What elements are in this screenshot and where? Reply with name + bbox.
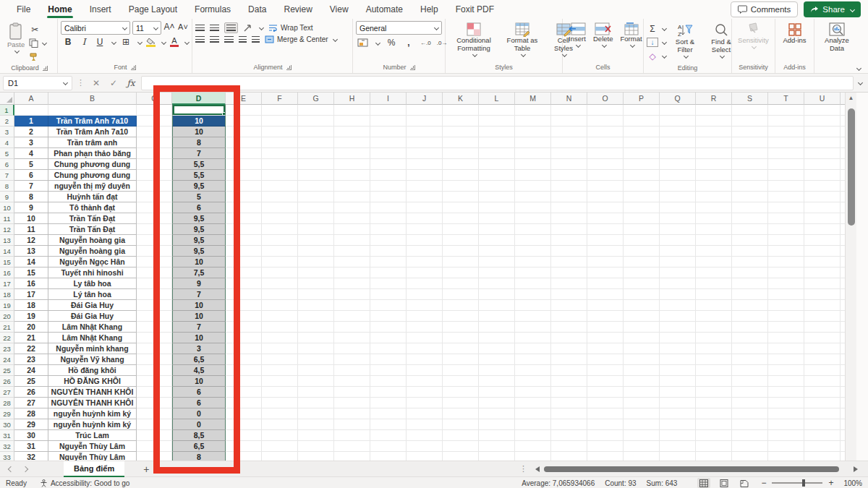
column-header-d[interactable]: D: [172, 93, 226, 105]
cell-P23[interactable]: [624, 343, 660, 354]
conditional-formatting-button[interactable]: Conditional Formatting: [448, 21, 499, 58]
cell-H28[interactable]: [334, 398, 370, 408]
row-header-30[interactable]: 30: [0, 419, 14, 430]
cell-T27[interactable]: [768, 387, 804, 398]
cell-G2[interactable]: [298, 116, 334, 127]
cell-D18[interactable]: 7: [172, 289, 226, 300]
cell-Q26[interactable]: [660, 376, 696, 387]
cell-G18[interactable]: [298, 289, 334, 300]
cell-A29[interactable]: 28: [14, 408, 48, 419]
cell-C5[interactable]: [137, 148, 172, 159]
cell-J6[interactable]: [407, 159, 443, 170]
cell-F13[interactable]: [262, 235, 298, 246]
cell-R25[interactable]: [696, 365, 732, 376]
column-header-o[interactable]: O: [587, 93, 624, 105]
cell-O28[interactable]: [587, 398, 624, 408]
cell-H6[interactable]: [334, 159, 370, 170]
cell-M20[interactable]: [515, 311, 551, 322]
cell-T28[interactable]: [768, 398, 804, 408]
cell-I33[interactable]: [370, 452, 407, 461]
cell-E27[interactable]: [226, 387, 262, 398]
cell-H20[interactable]: [334, 311, 370, 322]
row-header-29[interactable]: 29: [0, 408, 14, 419]
cell-D9[interactable]: 5: [172, 192, 226, 202]
cell-S22[interactable]: [732, 333, 768, 343]
cell-G32[interactable]: [298, 441, 334, 452]
cell-D19[interactable]: 10: [172, 300, 226, 311]
status-sum[interactable]: Sum: 643: [647, 479, 678, 487]
cell-F22[interactable]: [262, 333, 298, 343]
cell-R18[interactable]: [696, 289, 732, 300]
cell-D5[interactable]: 7: [172, 148, 226, 159]
cell-B21[interactable]: Lâm Nhật Khang: [48, 322, 137, 333]
cell-Q14[interactable]: [660, 246, 696, 257]
cell-F1[interactable]: [262, 105, 298, 116]
cell-N16[interactable]: [551, 267, 587, 278]
cell-M25[interactable]: [515, 365, 551, 376]
cell-E30[interactable]: [226, 419, 262, 430]
expand-formula-bar-icon[interactable]: [858, 80, 863, 85]
cell-D29[interactable]: 0: [172, 408, 226, 419]
cell-J5[interactable]: [407, 148, 443, 159]
name-box[interactable]: D1: [3, 76, 72, 90]
cell-L18[interactable]: [479, 289, 515, 300]
cell-N1[interactable]: [551, 105, 587, 116]
cell-U6[interactable]: [804, 159, 841, 170]
cell-P10[interactable]: [624, 202, 660, 213]
cell-R2[interactable]: [696, 116, 732, 127]
cell-B17[interactable]: Ly tâb hoa: [48, 278, 137, 289]
paste-button[interactable]: Paste: [4, 21, 27, 54]
cell-K8[interactable]: [443, 181, 479, 192]
ribbon-tab-view[interactable]: View: [322, 0, 357, 19]
cell-I20[interactable]: [370, 311, 407, 322]
cell-N33[interactable]: [551, 452, 587, 461]
format-as-table-button[interactable]: Format as Table: [501, 21, 544, 58]
cell-G10[interactable]: [298, 202, 334, 213]
cell-T12[interactable]: [768, 224, 804, 235]
cell-C23[interactable]: [137, 343, 172, 354]
cell-A19[interactable]: 18: [14, 300, 48, 311]
cell-J17[interactable]: [407, 278, 443, 289]
cell-J16[interactable]: [407, 267, 443, 278]
cell-L24[interactable]: [479, 354, 515, 365]
cell-L3[interactable]: [479, 127, 515, 137]
cell-J10[interactable]: [407, 202, 443, 213]
cell-R13[interactable]: [696, 235, 732, 246]
cell-L33[interactable]: [479, 452, 515, 461]
cell-P26[interactable]: [624, 376, 660, 387]
middle-align-icon[interactable]: [210, 25, 219, 31]
cell-C7[interactable]: [137, 170, 172, 181]
cell-S19[interactable]: [732, 300, 768, 311]
cell-P18[interactable]: [624, 289, 660, 300]
cell-B18[interactable]: Lý tân hoa: [48, 289, 137, 300]
cell-N4[interactable]: [551, 137, 587, 148]
cell-E4[interactable]: [226, 137, 262, 148]
cell-G7[interactable]: [298, 170, 334, 181]
cell-I32[interactable]: [370, 441, 407, 452]
cell-Q29[interactable]: [660, 408, 696, 419]
cell-R33[interactable]: [696, 452, 732, 461]
cell-E13[interactable]: [226, 235, 262, 246]
cell-R12[interactable]: [696, 224, 732, 235]
cell-I21[interactable]: [370, 322, 407, 333]
cell-G12[interactable]: [298, 224, 334, 235]
top-align-icon[interactable]: [195, 25, 205, 31]
cell-O26[interactable]: [587, 376, 624, 387]
column-header-f[interactable]: F: [262, 93, 298, 105]
cell-E14[interactable]: [226, 246, 262, 257]
cell-H27[interactable]: [334, 387, 370, 398]
cell-O4[interactable]: [587, 137, 624, 148]
cell-B28[interactable]: NGUYỄN THANH KHÔI: [48, 398, 137, 408]
cell-K27[interactable]: [443, 387, 479, 398]
cell-K4[interactable]: [443, 137, 479, 148]
cell-N24[interactable]: [551, 354, 587, 365]
insert-cells-button[interactable]: Insert: [566, 21, 589, 48]
cell-N8[interactable]: [551, 181, 587, 192]
cell-I28[interactable]: [370, 398, 407, 408]
cell-M33[interactable]: [515, 452, 551, 461]
cell-F27[interactable]: [262, 387, 298, 398]
cell-H1[interactable]: [334, 105, 370, 116]
ribbon-tab-automate[interactable]: Automate: [358, 0, 411, 19]
cell-N31[interactable]: [551, 430, 587, 441]
row-header-33[interactable]: 33: [0, 452, 14, 461]
